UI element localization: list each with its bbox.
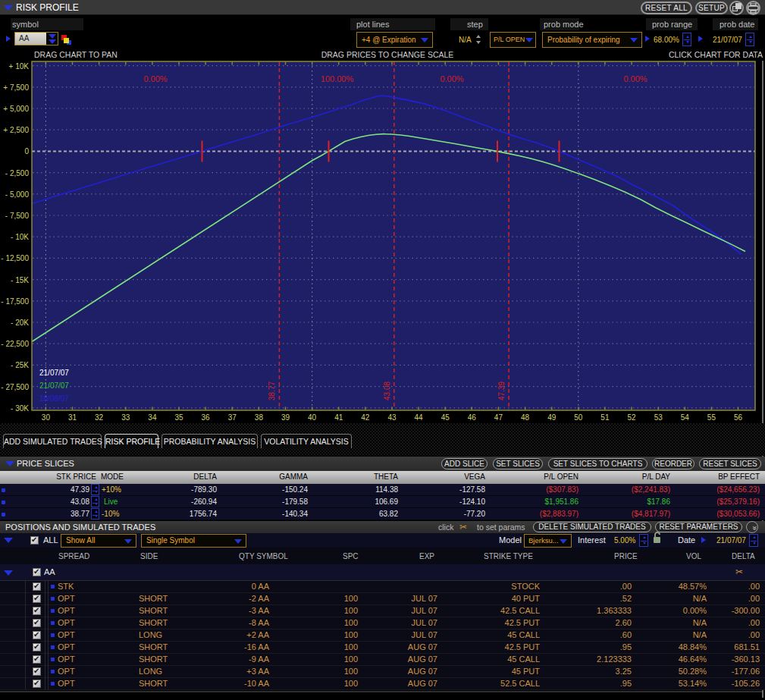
- svg-text:0.00%: 0.00%: [623, 74, 647, 83]
- svg-text:DRAG CHART TO PAN: DRAG CHART TO PAN: [34, 50, 118, 59]
- svg-text:41: 41: [334, 413, 343, 422]
- svg-text:- 10K: - 10K: [11, 233, 29, 241]
- svg-text:33: 33: [121, 413, 130, 422]
- svg-text:- 22,500: - 22,500: [1, 340, 29, 348]
- svg-text:43: 43: [387, 413, 397, 422]
- svg-text:31: 31: [68, 413, 77, 422]
- svg-text:- 25K: - 25K: [11, 361, 29, 369]
- svg-text:- 15K: - 15K: [11, 276, 29, 284]
- svg-text:+ 2,500: + 2,500: [3, 126, 29, 134]
- svg-text:51: 51: [600, 413, 610, 422]
- svg-text:56: 56: [734, 413, 743, 422]
- svg-text:- 17,500: - 17,500: [1, 297, 29, 306]
- svg-text:34: 34: [148, 413, 157, 422]
- svg-text:30: 30: [42, 413, 51, 422]
- svg-text:45: 45: [441, 413, 450, 422]
- svg-text:32: 32: [95, 413, 104, 422]
- svg-text:18/08/07: 18/08/07: [39, 394, 69, 403]
- svg-text:42: 42: [361, 413, 370, 422]
- svg-text:0.00%: 0.00%: [440, 74, 463, 83]
- svg-text:38.77: 38.77: [268, 381, 276, 400]
- svg-text:44: 44: [415, 413, 424, 422]
- svg-text:54: 54: [681, 413, 690, 422]
- svg-text:49: 49: [547, 413, 557, 422]
- svg-text:47: 47: [494, 413, 503, 422]
- svg-text:40: 40: [308, 413, 317, 422]
- svg-text:43.08: 43.08: [383, 381, 391, 400]
- svg-text:21/07/07: 21/07/07: [39, 381, 69, 390]
- svg-text:39: 39: [281, 413, 290, 422]
- svg-text:47.39: 47.39: [497, 381, 506, 400]
- svg-text:53: 53: [654, 413, 663, 422]
- svg-text:36: 36: [202, 413, 211, 422]
- svg-text:- 2,500: - 2,500: [5, 169, 30, 177]
- svg-text:- 20K: - 20K: [11, 319, 29, 327]
- svg-text:55: 55: [707, 413, 716, 422]
- svg-text:0: 0: [24, 147, 29, 155]
- svg-text:CLICK CHART FOR DATA: CLICK CHART FOR DATA: [669, 50, 763, 59]
- svg-text:+ 10K: + 10K: [9, 62, 30, 71]
- svg-text:46: 46: [468, 413, 477, 422]
- svg-text:37: 37: [228, 413, 237, 422]
- svg-text:+ 7,500: + 7,500: [3, 83, 29, 92]
- svg-text:- 7,500: - 7,500: [5, 212, 30, 220]
- svg-text:0.00%: 0.00%: [143, 74, 167, 83]
- svg-text:50: 50: [574, 413, 583, 422]
- svg-text:DRAG PRICES TO CHANGE SCALE: DRAG PRICES TO CHANGE SCALE: [321, 50, 454, 59]
- svg-text:- 5,000: - 5,000: [5, 190, 30, 199]
- svg-text:48: 48: [521, 413, 530, 422]
- svg-text:- 12,500: - 12,500: [1, 254, 29, 262]
- svg-text:- 30K: - 30K: [11, 404, 29, 413]
- svg-text:- 27,500: - 27,500: [1, 383, 29, 391]
- svg-text:+ 5,000: + 5,000: [3, 105, 29, 113]
- svg-text:21/07/07: 21/07/07: [39, 369, 69, 377]
- svg-text:52: 52: [627, 413, 636, 422]
- svg-text:38: 38: [255, 413, 264, 422]
- svg-text:35: 35: [174, 413, 183, 422]
- svg-text:100.00%: 100.00%: [321, 74, 354, 83]
